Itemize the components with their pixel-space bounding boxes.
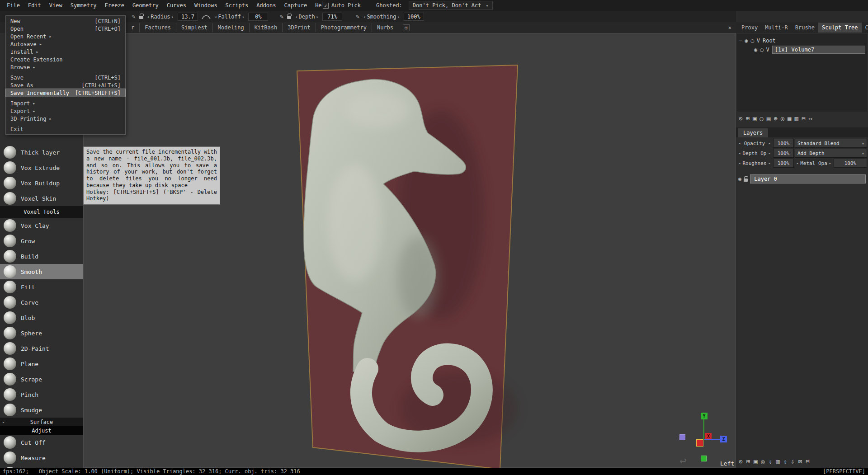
tool-item[interactable]: Smooth	[0, 264, 83, 279]
lock-icon[interactable]	[744, 179, 748, 182]
tool-item[interactable]: Pinch	[0, 387, 83, 402]
tool-item[interactable]: Blob	[0, 310, 83, 325]
workspace-tab[interactable]: r	[126, 23, 139, 32]
pen-icon[interactable]: ✎	[356, 13, 359, 20]
workspace-tab[interactable]: KitBash	[249, 23, 283, 32]
opacity-value-field[interactable]: 100%	[773, 139, 794, 148]
axis-x-label[interactable]: X	[705, 433, 712, 439]
tool-item[interactable]: Measure	[0, 450, 83, 466]
undo-arrow-icon[interactable]: ↩	[679, 454, 687, 467]
menubar-item[interactable]: Geometry	[128, 2, 163, 9]
workspace-tab[interactable]: Factures	[139, 23, 176, 32]
layer-row[interactable]: ◉ Layer 0	[736, 174, 868, 184]
depth-op-value-field[interactable]: 100%	[773, 149, 794, 158]
workspace-tab[interactable]: Photogrammetry	[316, 23, 372, 32]
tool-item[interactable]: Sphere	[0, 325, 83, 341]
tool-item[interactable]: Cut Off	[0, 435, 83, 450]
menubar-item[interactable]: File	[3, 2, 24, 9]
file-menu-item[interactable]: 3D-Printing ▸	[6, 115, 125, 122]
layer-name[interactable]: Layer 0	[750, 174, 866, 183]
grid-icon[interactable]: ▦	[788, 115, 791, 122]
radius-value-field[interactable]: 13.7	[178, 13, 198, 21]
tool-item[interactable]: Plane	[0, 356, 83, 372]
menubar-item[interactable]: View	[45, 2, 66, 9]
info-icon[interactable]: ◎	[781, 115, 784, 122]
layers-icon[interactable]: ▤	[767, 115, 770, 122]
file-menu-item[interactable]: Browse ▸	[6, 63, 125, 71]
tool-item[interactable]: Voxel Tools	[0, 206, 83, 218]
spinner-right-icon[interactable]: ▸	[242, 14, 245, 19]
spinner-left-icon[interactable]: ◂	[214, 14, 217, 19]
duplicate-icon[interactable]: ▥	[776, 458, 779, 465]
lock-icon[interactable]	[287, 16, 291, 19]
blend-mode-dropdown[interactable]: Standard Blend ▾	[795, 139, 867, 148]
tool-item[interactable]: Vox Extrude	[0, 160, 83, 175]
add-volume-icon[interactable]: ⊞	[745, 115, 749, 122]
list-icon[interactable]: ▥	[795, 115, 798, 122]
collapse-icon[interactable]: −	[739, 38, 742, 44]
menubar-item[interactable]: Freeze	[101, 2, 128, 9]
tool-item[interactable]: Adjust	[0, 426, 83, 435]
gizmo-origin-square[interactable]	[696, 439, 703, 447]
tool-item[interactable]: Fill	[0, 279, 83, 295]
workspace-tab[interactable]: Nurbs	[372, 23, 398, 32]
depth-op-spinner[interactable]: ◂Depth Op▸	[737, 149, 772, 158]
export-icon[interactable]: ↦	[808, 115, 812, 122]
spinner-left-icon[interactable]: ◂	[147, 14, 149, 19]
merge-icon[interactable]: ⊕	[774, 115, 777, 122]
falloff-curve-icon[interactable]	[202, 14, 211, 19]
falloff-value-field[interactable]: 0%	[248, 13, 268, 21]
tool-item[interactable]: Build	[0, 249, 83, 264]
tab-layers[interactable]: Layers	[738, 128, 768, 137]
ghosted-dropdown[interactable]: Don't Pick, Don't Act ▾	[409, 1, 493, 10]
file-menu-item[interactable]: Create Extension	[6, 56, 125, 63]
workspace-tab[interactable]: Simplest	[176, 23, 212, 32]
search-icon[interactable]: ⊙	[739, 458, 742, 465]
opacity-spinner[interactable]: ◂Opacity▸	[737, 139, 772, 148]
search-icon[interactable]: ⊙	[739, 115, 742, 122]
add-layer-icon[interactable]: ⊞	[746, 458, 750, 465]
gizmo-purple-square[interactable]	[679, 434, 685, 440]
import-icon[interactable]: ⇓	[769, 458, 772, 465]
roughness-spinner[interactable]: ◂Roughnes▸	[737, 159, 772, 168]
falloff-spinner[interactable]: ◂ Falloff ▸	[214, 14, 245, 20]
panel-tab[interactable]: Brushe	[792, 23, 818, 33]
menubar-item[interactable]: Edit	[24, 2, 45, 9]
move-up-icon[interactable]: ⇧	[783, 458, 787, 465]
sphere-icon[interactable]: ○	[760, 115, 763, 122]
file-menu-item[interactable]: Exit	[6, 125, 125, 133]
tool-item[interactable]: Vox Buildup	[0, 175, 83, 191]
roughness-value-field[interactable]: 100%	[773, 159, 794, 168]
file-menu-item[interactable]: Autosave ▸	[6, 40, 125, 48]
menubar-item[interactable]: Addons	[252, 2, 280, 9]
pen-icon[interactable]: ✎	[280, 13, 283, 20]
viewport-canvas[interactable]	[84, 33, 736, 468]
auto-pick-checkbox[interactable]: ✓ Auto Pick	[323, 2, 361, 9]
spinner-left-icon[interactable]: ◂	[295, 14, 297, 19]
tool-item[interactable]: Scrape	[0, 372, 83, 387]
tree-root-row[interactable]: − ◉ ◯ V Root	[739, 36, 865, 45]
delete-icon[interactable]: ⊟	[802, 115, 805, 122]
eye-icon[interactable]: ◉	[754, 47, 757, 53]
depth-spinner[interactable]: ◂ Depth ▸	[295, 14, 319, 20]
smoothing-spinner[interactable]: ◂ Smoothing ▸	[363, 14, 400, 20]
spinner-right-icon[interactable]: ▸	[397, 14, 400, 19]
volume-name-box[interactable]: [1x] Volume7	[772, 46, 865, 54]
delete-icon[interactable]: ⊟	[806, 458, 809, 465]
menubar-item[interactable]: Windows	[190, 2, 222, 9]
viewport[interactable]: Y X Z Left ↩	[83, 33, 736, 468]
pen-icon[interactable]: ✎	[132, 13, 136, 20]
target-icon[interactable]: ◎	[761, 458, 764, 465]
panel-tab[interactable]: Curves	[862, 23, 868, 33]
tool-item[interactable]: Smudge	[0, 402, 83, 418]
tree-volume-row[interactable]: ◉ ◯ V [1x] Volume7	[739, 45, 865, 54]
metal-value-field[interactable]: 100%	[834, 159, 867, 168]
smoothing-value-field[interactable]: 100%	[404, 13, 424, 21]
metal-spinner[interactable]: ◂Metal Opa▸	[795, 159, 833, 168]
spinner-right-icon[interactable]: ▸	[172, 14, 174, 19]
file-menu-item[interactable]: New [CTRL+N]	[6, 17, 125, 25]
axis-z-label[interactable]: Z	[720, 436, 727, 442]
lock-icon[interactable]	[139, 16, 143, 19]
depth-blend-dropdown[interactable]: Add Depth ▾	[795, 149, 867, 158]
file-menu-item[interactable]: Open Recent ▸	[6, 33, 125, 40]
